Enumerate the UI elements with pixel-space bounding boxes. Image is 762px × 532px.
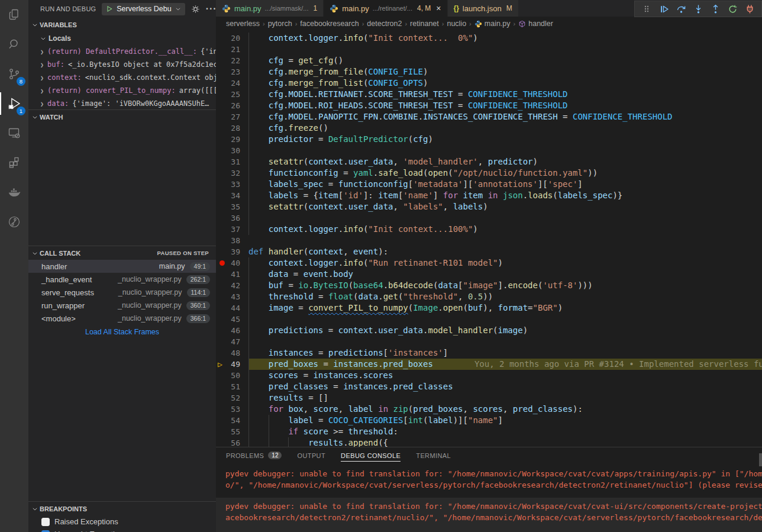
gutter[interactable]: 45 bbox=[216, 314, 248, 325]
activity-item-extensions[interactable] bbox=[0, 148, 28, 178]
console-message[interactable]: pydev debugger: unable to find translati… bbox=[216, 498, 762, 532]
gutter[interactable]: 20 bbox=[216, 33, 248, 44]
disconnect-button[interactable] bbox=[742, 2, 757, 16]
call-stack-header[interactable]: CALL STACK PAUSED ON STEP bbox=[28, 246, 216, 260]
breadcrumb-item-facebookresearch[interactable]: facebookresearch bbox=[300, 20, 359, 28]
stack-frame-row[interactable]: _handle_event_nuclio_wrapper.py262:1 bbox=[28, 273, 216, 286]
code-line-26[interactable]: 26 cfg.MODEL.ROI_HEADS.SCORE_THRESH_TEST… bbox=[216, 100, 762, 111]
code-line-22[interactable]: 22 cfg = get_cfg() bbox=[216, 55, 762, 66]
gutter[interactable]: 46 bbox=[216, 325, 248, 336]
breadcrumb-item-nuclio[interactable]: nuclio bbox=[447, 20, 466, 28]
stack-frame-row[interactable]: handlermain.py49:1 bbox=[28, 260, 216, 273]
gutter[interactable]: 36 bbox=[216, 212, 248, 224]
gutter[interactable]: 50 bbox=[216, 370, 248, 381]
activity-item-remote-explorer[interactable] bbox=[0, 118, 28, 148]
stack-frame-row[interactable]: <module>_nuclio_wrapper.py366:1 bbox=[28, 312, 216, 325]
code-editor[interactable]: 20 context.logger.info("Init context... … bbox=[216, 31, 762, 447]
code-line-44[interactable]: 44 image = convert_PIL_to_numpy(Image.op… bbox=[216, 302, 762, 314]
panel-tab-output[interactable]: OUTPUT bbox=[297, 452, 325, 462]
gutter[interactable]: 34 bbox=[216, 190, 248, 201]
code-line-46[interactable]: 46 predictions = context.user_data.model… bbox=[216, 325, 762, 336]
variables-header[interactable]: VARIABLES bbox=[28, 18, 216, 32]
code-line-35[interactable]: 35 setattr(context.user_data, "labels", … bbox=[216, 201, 762, 212]
editor-tab-launch-json[interactable]: {}launch.jsonM bbox=[448, 0, 519, 17]
variable-row[interactable]: ❯context:<nuclio_sdk.context.Context obj… bbox=[28, 71, 216, 84]
code-line-38[interactable]: 38 bbox=[216, 235, 762, 246]
code-line-36[interactable]: 36 bbox=[216, 212, 762, 224]
gutter[interactable]: 39 bbox=[216, 246, 248, 257]
code-line-56[interactable]: 56 results.append({ bbox=[216, 437, 762, 447]
breakpoints-header[interactable]: BREAKPOINTS bbox=[28, 501, 216, 515]
step-over-button[interactable] bbox=[674, 2, 688, 16]
activity-item-docker[interactable] bbox=[0, 178, 28, 207]
gutter[interactable]: ▷49 bbox=[216, 359, 248, 370]
breadcrumb-item-detectron2[interactable]: detectron2 bbox=[367, 20, 402, 28]
variable-row[interactable]: ❯buf:<_io.BytesIO object at 0x7f5a2dc1ec… bbox=[28, 58, 216, 71]
activity-item-search[interactable] bbox=[0, 30, 28, 59]
gutter[interactable]: 31 bbox=[216, 156, 248, 167]
gear-icon[interactable] bbox=[191, 5, 200, 14]
code-line-49[interactable]: ▷49 pred_boxes = instances.pred_boxesYou… bbox=[216, 359, 762, 370]
gutter[interactable]: 47 bbox=[216, 336, 248, 347]
code-line-20[interactable]: 20 context.logger.info("Init context... … bbox=[216, 33, 762, 44]
code-line-48[interactable]: 48 instances = predictions['instances'] bbox=[216, 347, 762, 359]
code-line-27[interactable]: 27 cfg.MODEL.PANOPTIC_FPN.COMBINE.INSTAN… bbox=[216, 111, 762, 122]
gutter[interactable]: 35 bbox=[216, 201, 248, 212]
gutter[interactable]: 22 bbox=[216, 55, 248, 66]
gutter[interactable]: 56 bbox=[216, 437, 248, 447]
breakpoint-row[interactable]: Raised Exceptions bbox=[28, 515, 216, 528]
activity-item-source-control[interactable]: 8 bbox=[0, 59, 28, 89]
console-message[interactable]: pydev debugger: unable to find translati… bbox=[216, 466, 762, 491]
breakpoint-row[interactable]: ✓Uncaught Exceptions bbox=[28, 528, 216, 532]
code-line-51[interactable]: 51 pred_classes = instances.pred_classes bbox=[216, 381, 762, 392]
gutter[interactable]: 42 bbox=[216, 280, 248, 291]
continue-button[interactable] bbox=[657, 2, 671, 16]
code-line-47[interactable]: 47 bbox=[216, 336, 762, 347]
code-line-39[interactable]: 39def handler(context, event): bbox=[216, 246, 762, 257]
code-line-21[interactable]: 21 bbox=[216, 44, 762, 55]
code-line-50[interactable]: 50 scores = instances.scores bbox=[216, 370, 762, 381]
gutter[interactable]: 21 bbox=[216, 44, 248, 55]
code-line-29[interactable]: 29 predictor = DefaultPredictor(cfg) bbox=[216, 134, 762, 145]
code-line-32[interactable]: 32 functionconfig = yaml.safe_load(open(… bbox=[216, 167, 762, 179]
gutter[interactable]: 52 bbox=[216, 392, 248, 404]
code-line-41[interactable]: 41 data = event.body bbox=[216, 269, 762, 280]
gutter[interactable]: 24 bbox=[216, 78, 248, 89]
editor-tab-main-py[interactable]: main.py.../retinanet/...4, M× bbox=[324, 0, 447, 17]
gutter[interactable]: 33 bbox=[216, 179, 248, 190]
step-into-button[interactable] bbox=[691, 2, 705, 16]
gutter[interactable]: 38 bbox=[216, 235, 248, 246]
code-line-54[interactable]: 54 label = COCO_CATEGORIES[int(label)]["… bbox=[216, 415, 762, 426]
gutter[interactable]: 43 bbox=[216, 291, 248, 302]
variable-row[interactable]: ❯data:{'image': 'iVBORw0KGgoAAAANSUhE… bbox=[28, 97, 216, 109]
checkbox[interactable]: ✓ bbox=[41, 530, 50, 532]
breadcrumb-item-serverless[interactable]: serverless bbox=[226, 20, 260, 28]
gutter[interactable]: 51 bbox=[216, 381, 248, 392]
restart-button[interactable] bbox=[725, 2, 740, 16]
gutter[interactable]: 48 bbox=[216, 347, 248, 359]
gutter[interactable]: 53 bbox=[216, 404, 248, 415]
activity-item-explorer[interactable] bbox=[0, 0, 28, 30]
variable-row[interactable]: ❯(return) convert_PIL_to_numpy:array([[[… bbox=[28, 84, 216, 97]
stack-frame-row[interactable]: run_wrapper_nuclio_wrapper.py360:1 bbox=[28, 299, 216, 312]
gutter[interactable]: 26 bbox=[216, 100, 248, 111]
gutter[interactable]: 54 bbox=[216, 415, 248, 426]
breadcrumb-item-handler[interactable]: handler bbox=[518, 20, 553, 28]
debug-console-output[interactable]: pydev debugger: unable to find translati… bbox=[216, 466, 762, 532]
launch-config-dropdown[interactable]: Serverless Debu bbox=[102, 3, 185, 15]
breadcrumb-item-pytorch[interactable]: pytorch bbox=[268, 20, 292, 28]
gutter[interactable]: 25 bbox=[216, 89, 248, 100]
code-line-53[interactable]: 53 for box, score, label in zip(pred_box… bbox=[216, 404, 762, 415]
panel-tab-debug-console[interactable]: DEBUG CONSOLE bbox=[341, 452, 401, 462]
activity-item-run-and-debug[interactable]: 1 bbox=[0, 89, 28, 118]
gutter[interactable]: 41 bbox=[216, 269, 248, 280]
code-line-30[interactable]: 30 bbox=[216, 145, 762, 156]
gutter[interactable]: 55 bbox=[216, 426, 248, 437]
code-line-25[interactable]: 25 cfg.MODEL.RETINANET.SCORE_THRESH_TEST… bbox=[216, 89, 762, 100]
code-line-40[interactable]: 40 context.logger.info("Run retinanet-R1… bbox=[216, 257, 762, 269]
code-line-55[interactable]: 55 if score >= threshold: bbox=[216, 426, 762, 437]
code-line-23[interactable]: 23 cfg.merge_from_file(CONFIG_FILE) bbox=[216, 66, 762, 78]
close-icon[interactable]: × bbox=[436, 4, 441, 12]
code-line-42[interactable]: 42 buf = io.BytesIO(base64.b64decode(dat… bbox=[216, 280, 762, 291]
panel-tab-terminal[interactable]: TERMINAL bbox=[416, 452, 451, 462]
